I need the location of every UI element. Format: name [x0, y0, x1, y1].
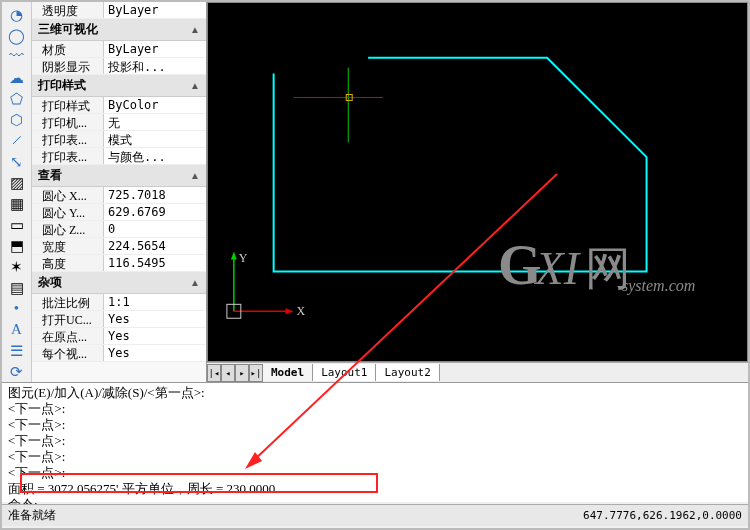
prop-value[interactable]: Yes — [104, 311, 206, 327]
prop-value[interactable]: 629.6769 — [104, 204, 206, 220]
prop-value[interactable]: 与颜色... — [104, 148, 206, 164]
revcloud-icon[interactable]: ☁ — [6, 68, 28, 87]
prop-row[interactable]: 打印样式ByColor — [32, 97, 206, 114]
layout-tab-layout2[interactable]: Layout2 — [376, 364, 439, 381]
svg-text:X: X — [297, 304, 306, 318]
chevron-up-icon: ▲ — [190, 80, 200, 91]
command-history-line: <下一点>: — [8, 433, 742, 449]
prop-value[interactable]: 模式 — [104, 131, 206, 147]
refresh-icon[interactable]: ⟳ — [6, 362, 28, 381]
property-panel: 透明度ByLayer三维可视化▲材质ByLayer阴影显示投影和...打印样式▲… — [32, 2, 207, 382]
prop-value[interactable]: ByLayer — [104, 2, 206, 18]
region-3d-icon[interactable]: ⬡ — [6, 110, 28, 129]
prop-row[interactable]: 打印机...无 — [32, 114, 206, 131]
prop-key: 高度 — [32, 255, 104, 271]
svg-marker-4 — [286, 308, 294, 314]
command-result-line: 面积 = 3072.056275' 平方单位，周长 = 230.0000 — [8, 481, 742, 497]
command-line-area[interactable]: 图元(E)/加入(A)/减除(S)/<第一点>:<下一点>:<下一点>:<下一点… — [2, 382, 748, 502]
prop-key: 材质 — [32, 41, 104, 57]
prop-group-header[interactable]: 打印样式▲ — [32, 75, 206, 97]
prop-key: 每个视... — [32, 345, 104, 361]
polyline-shape[interactable] — [274, 58, 647, 272]
prop-value[interactable]: 224.5654 — [104, 238, 206, 254]
prop-value[interactable]: 116.5495 — [104, 255, 206, 271]
prop-group-header[interactable]: 查看▲ — [32, 165, 206, 187]
prop-key: 圆心 Y... — [32, 204, 104, 220]
prop-row[interactable]: 打印表...与颜色... — [32, 148, 206, 165]
mtext-icon[interactable]: A — [6, 320, 28, 339]
ellipse-arc-icon[interactable]: ◔ — [6, 5, 28, 24]
prop-key: 阴影显示 — [32, 58, 104, 74]
region-planar-icon[interactable]: ⬠ — [6, 89, 28, 108]
point-icon[interactable]: • — [6, 299, 28, 318]
command-history-line: <下一点>: — [8, 401, 742, 417]
prop-group-title: 三维可视化 — [38, 21, 98, 38]
prop-row[interactable]: 透明度ByLayer — [32, 2, 206, 19]
prop-value[interactable]: Yes — [104, 345, 206, 361]
tab-first-icon[interactable]: |◂ — [207, 364, 221, 382]
region-icon[interactable]: ⬒ — [6, 236, 28, 255]
prop-group-title: 打印样式 — [38, 77, 86, 94]
prop-row[interactable]: 材质ByLayer — [32, 41, 206, 58]
tab-prev-icon[interactable]: ◂ — [221, 364, 235, 382]
prop-row[interactable]: 圆心 Z...0 — [32, 221, 206, 238]
prop-key: 打印样式 — [32, 97, 104, 113]
prop-key: 打印机... — [32, 114, 104, 130]
left-toolbar: ◔◯〰☁⬠⬡⟋⤡▨▦▭⬒✶▤•A☰⟳ — [2, 2, 32, 382]
prop-row[interactable]: 圆心 Y...629.6769 — [32, 204, 206, 221]
prop-key: 在原点... — [32, 328, 104, 344]
prop-value[interactable]: 1:1 — [104, 294, 206, 310]
chevron-up-icon: ▲ — [190, 277, 200, 288]
svg-text:Y: Y — [239, 251, 248, 265]
prop-group-title: 杂项 — [38, 274, 62, 291]
layout-tabs: |◂ ◂ ▸ ▸| ModelLayout1Layout2 — [207, 362, 748, 382]
boundary-icon[interactable]: ▭ — [6, 215, 28, 234]
prop-row[interactable]: 阴影显示投影和... — [32, 58, 206, 75]
prop-value[interactable]: ByLayer — [104, 41, 206, 57]
layout-tab-layout1[interactable]: Layout1 — [313, 364, 376, 381]
prop-value[interactable]: 725.7018 — [104, 187, 206, 203]
extend-icon[interactable]: ⟋ — [6, 131, 28, 150]
prop-group-header[interactable]: 三维可视化▲ — [32, 19, 206, 41]
gradient-icon[interactable]: ▦ — [6, 194, 28, 213]
prop-group-title: 查看 — [38, 167, 62, 184]
prop-value[interactable]: 投影和... — [104, 58, 206, 74]
chevron-up-icon: ▲ — [190, 24, 200, 35]
prop-row[interactable]: 打印表...模式 — [32, 131, 206, 148]
prop-key: 打印表... — [32, 148, 104, 164]
prop-key: 宽度 — [32, 238, 104, 254]
prop-key: 圆心 X... — [32, 187, 104, 203]
prop-row[interactable]: 批注比例1:1 — [32, 294, 206, 311]
prop-group-header[interactable]: 杂项▲ — [32, 272, 206, 294]
drawing-canvas[interactable]: Y X G XI 网 system.com — [207, 2, 748, 362]
prop-row[interactable]: 宽度224.5654 — [32, 238, 206, 255]
tab-next-icon[interactable]: ▸ — [235, 364, 249, 382]
status-bar: 准备就绪 647.7776,626.1962,0.0000 — [2, 504, 748, 526]
trim-icon[interactable]: ⤡ — [6, 152, 28, 171]
command-history-line: <下一点>: — [8, 417, 742, 433]
ucs-icon[interactable]: ☰ — [6, 341, 28, 360]
prop-row[interactable]: 高度116.5495 — [32, 255, 206, 272]
spline-icon[interactable]: 〰 — [6, 47, 28, 66]
prop-value[interactable]: Yes — [104, 328, 206, 344]
status-ready: 准备就绪 — [8, 507, 56, 524]
tab-last-icon[interactable]: ▸| — [249, 364, 263, 382]
hatch-icon[interactable]: ▨ — [6, 173, 28, 192]
prop-row[interactable]: 圆心 X...725.7018 — [32, 187, 206, 204]
svg-marker-1 — [231, 252, 237, 260]
command-history-line: <下一点>: — [8, 465, 742, 481]
command-history-line: <下一点>: — [8, 449, 742, 465]
prop-row[interactable]: 打开UC...Yes — [32, 311, 206, 328]
ucs-icon-viewport: Y X — [227, 251, 306, 319]
table-icon[interactable]: ▤ — [6, 278, 28, 297]
explode-icon[interactable]: ✶ — [6, 257, 28, 276]
prop-row[interactable]: 在原点...Yes — [32, 328, 206, 345]
prop-value[interactable]: 0 — [104, 221, 206, 237]
layout-tab-model[interactable]: Model — [263, 364, 313, 381]
prop-key: 批注比例 — [32, 294, 104, 310]
prop-row[interactable]: 每个视...Yes — [32, 345, 206, 362]
prop-value[interactable]: ByColor — [104, 97, 206, 113]
prop-value[interactable]: 无 — [104, 114, 206, 130]
ellipse-icon[interactable]: ◯ — [6, 26, 28, 45]
prop-key: 透明度 — [32, 2, 104, 18]
